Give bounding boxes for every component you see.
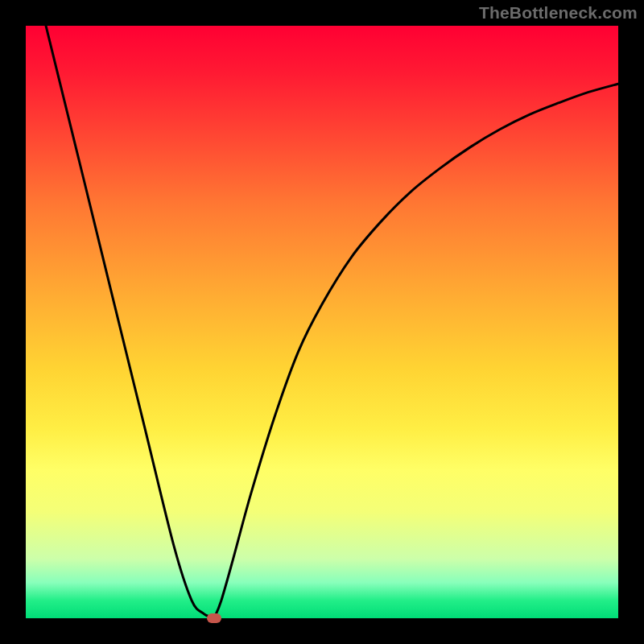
curve-svg [26,26,618,618]
chart-frame: TheBottleneck.com [0,0,644,644]
watermark-text: TheBottleneck.com [479,3,638,23]
plot-area [26,26,618,618]
curve-left-branch [46,26,214,618]
curve-right-branch [214,84,618,618]
minimum-marker [207,613,221,623]
